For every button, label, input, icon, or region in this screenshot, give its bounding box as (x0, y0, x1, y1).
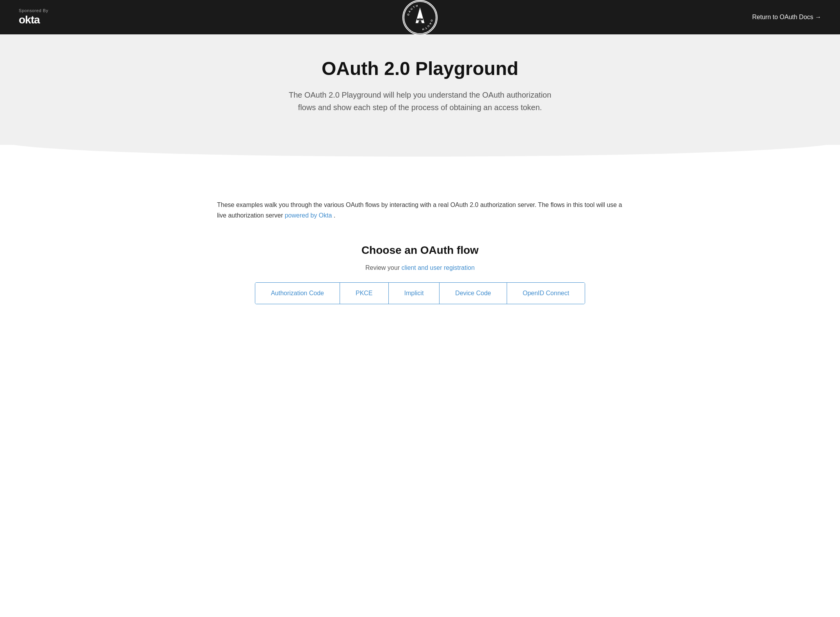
choose-flow-section: Choose an OAuth flow Review your client … (217, 244, 623, 304)
flow-btn-auth-code[interactable]: Authorization Code (255, 283, 340, 304)
hero-subtitle: The OAuth 2.0 Playground will help you u… (283, 89, 557, 114)
flow-btn-device-code[interactable]: Device Code (440, 283, 507, 304)
main-content: These examples walk you through the vari… (0, 145, 840, 328)
intro-paragraph: These examples walk you through the vari… (217, 200, 623, 221)
review-text-before: Review your (365, 264, 401, 271)
oauth-logo-svg: OAUTH OAUTH (403, 1, 437, 34)
header: Sponsored By okta OAUTH OAUTH (0, 0, 840, 34)
choose-flow-title: Choose an OAuth flow (217, 244, 623, 257)
return-to-docs-link[interactable]: Return to OAuth Docs → (752, 14, 821, 21)
flow-btn-pkce[interactable]: PKCE (340, 283, 389, 304)
sponsor-area: Sponsored By okta (19, 8, 48, 26)
main-content-inner: These examples walk you through the vari… (186, 168, 654, 328)
intro-text-after: . (334, 212, 335, 219)
oauth-logo: OAUTH OAUTH (402, 0, 438, 35)
intro-text-before: These examples walk you through the vari… (217, 202, 622, 219)
header-logo-center: OAUTH OAUTH (402, 0, 438, 35)
okta-logo: okta (19, 14, 40, 26)
flow-btn-openid-connect[interactable]: OpenID Connect (507, 283, 585, 304)
flow-buttons-group: Authorization CodePKCEImplicitDevice Cod… (255, 282, 585, 304)
sponsored-by-label: Sponsored By (19, 8, 48, 13)
flow-btn-implicit[interactable]: Implicit (389, 283, 440, 304)
client-registration-link[interactable]: client and user registration (401, 264, 475, 271)
hero-section: OAuth 2.0 Playground The OAuth 2.0 Playg… (0, 34, 840, 145)
powered-by-okta-link[interactable]: powered by Okta (285, 212, 332, 219)
hero-title: OAuth 2.0 Playground (16, 58, 824, 79)
review-text: Review your client and user registration (217, 264, 623, 271)
